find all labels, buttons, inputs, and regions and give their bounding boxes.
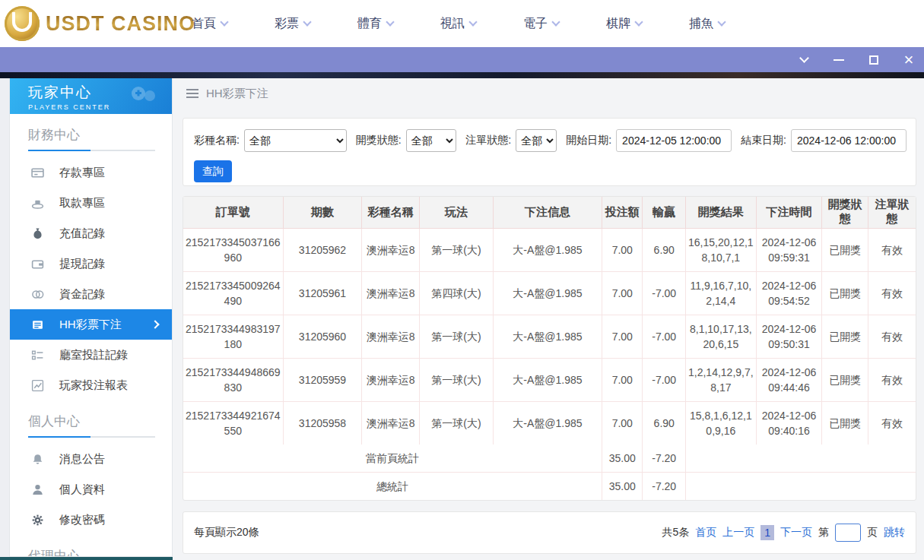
jump-button[interactable]: 跳转 xyxy=(884,526,905,539)
chevron-down-icon xyxy=(634,17,643,26)
page-summary-row: 當前頁統計 35.00 -7.20 xyxy=(183,445,916,473)
background-image-strip-bottom xyxy=(0,557,173,560)
nav-item-video[interactable]: 視訊 xyxy=(440,16,476,32)
table-cell: 第四球(大) xyxy=(420,271,494,315)
table-cell: 8,1,10,17,13,20,6,15 xyxy=(685,315,756,358)
sidebar-item-announcements[interactable]: 消息公告 xyxy=(10,444,172,474)
nav-label: 首頁 xyxy=(192,16,216,32)
table-cell: 31205959 xyxy=(283,358,362,401)
close-button[interactable]: × xyxy=(901,52,916,68)
current-page-badge[interactable]: 1 xyxy=(760,525,774,540)
page-jump-input[interactable] xyxy=(835,524,861,542)
sidebar-item-profile[interactable]: 個人資料 xyxy=(10,474,172,505)
sidebar-header: 玩家中心 PLAYERS CENTER xyxy=(10,78,172,114)
page-summary-empty xyxy=(685,445,916,473)
table-row: 215217334500926449031205961澳洲幸运8第四球(大)大-… xyxy=(183,271,916,315)
bets-table: 訂單號 期數 彩種名稱 玩法 下注信息 投注額 輸贏 開獎結果 下注時間 開獎狀… xyxy=(183,197,916,500)
window-dropdown-button[interactable] xyxy=(796,52,811,68)
sidebar-item-label: 消息公告 xyxy=(59,452,105,467)
table-cell: 2024-12-06 09:44:46 xyxy=(756,358,822,401)
sidebar-item-recharge-record[interactable]: 充值記錄 xyxy=(10,218,172,248)
col-header-bet-info: 下注信息 xyxy=(493,197,602,228)
menu-toggle-icon[interactable] xyxy=(186,87,198,100)
next-page-link[interactable]: 下一页 xyxy=(780,526,812,539)
minimize-icon xyxy=(834,59,844,61)
table-cell: 大-A盤@1.985 xyxy=(493,315,602,358)
table-cell: 澳洲幸运8 xyxy=(362,315,420,358)
sidebar-item-funds-record[interactable]: 資金記錄 xyxy=(10,279,172,309)
col-header-win-loss: 輸贏 xyxy=(643,197,685,228)
nav-menu: 首頁 彩票 體育 視訊 電子 棋牌 捕魚 xyxy=(192,0,725,47)
table-cell: 31205958 xyxy=(283,401,362,445)
table-cell: 1,2,14,12,9,7,8,17 xyxy=(685,358,756,401)
draw-status-select[interactable]: 全部 xyxy=(406,129,457,152)
maximize-icon xyxy=(869,55,878,65)
table-cell: -7.00 xyxy=(643,315,685,358)
jump-prefix-label: 第 xyxy=(818,526,829,539)
total-summary-winloss: -7.20 xyxy=(643,472,685,500)
prev-page-link[interactable]: 上一页 xyxy=(722,526,754,539)
order-status-select[interactable]: 全部 xyxy=(516,129,557,152)
sidebar-item-label: 存款專區 xyxy=(59,166,105,180)
bets-table-card: 訂單號 期數 彩種名稱 玩法 下注信息 投注額 輸贏 開獎結果 下注時間 開獎狀… xyxy=(183,196,916,501)
logo-text: USDT CASINO xyxy=(46,12,195,36)
sidebar-item-change-password[interactable]: 修改密碼 xyxy=(10,505,172,535)
nav-label: 捕魚 xyxy=(689,16,713,32)
first-page-link[interactable]: 首页 xyxy=(695,526,716,539)
table-cell: 澳洲幸运8 xyxy=(362,271,420,315)
sidebar-item-withdraw[interactable]: 取款專區 xyxy=(10,188,172,218)
nav-item-lottery[interactable]: 彩票 xyxy=(275,16,310,32)
gear-icon xyxy=(31,514,44,527)
sidebar-item-label: 廳室投註記錄 xyxy=(59,348,128,362)
sidebar-item-withdraw-record[interactable]: 提現記錄 xyxy=(10,248,172,279)
end-date-input[interactable] xyxy=(791,129,907,152)
nav-item-slots[interactable]: 電子 xyxy=(523,16,559,32)
table-cell: 2152173345009264490 xyxy=(183,271,283,315)
nav-label: 電子 xyxy=(523,16,548,32)
nav-item-fishing[interactable]: 捕魚 xyxy=(689,16,725,32)
total-summary-label: 總統計 xyxy=(183,472,602,500)
sidebar-item-player-bet-report[interactable]: 玩家投注報表 xyxy=(10,370,172,400)
chevron-down-icon xyxy=(551,17,560,26)
page-title: HH彩票下注 xyxy=(206,87,268,101)
maximize-button[interactable] xyxy=(866,52,881,68)
search-button[interactable]: 查詢 xyxy=(194,160,232,182)
nav-item-cards[interactable]: 棋牌 xyxy=(606,16,642,32)
table-cell: 已開獎 xyxy=(822,315,868,358)
window-controls: × xyxy=(796,47,916,72)
money-bag-icon xyxy=(31,227,44,240)
sidebar-item-label: 取款專區 xyxy=(59,196,105,210)
deposit-card-icon xyxy=(31,166,44,179)
table-row: 215217334494866983031205959澳洲幸运8第一球(大)大-… xyxy=(183,358,916,401)
logo[interactable]: USDT CASINO xyxy=(5,6,195,41)
table-body: 215217334503716696031205962澳洲幸运8第一球(大)大-… xyxy=(183,228,916,445)
nav-item-home[interactable]: 首頁 xyxy=(192,16,227,32)
nav-item-sports[interactable]: 體育 xyxy=(357,16,393,32)
pager: 共5条 首页 上一页 1 下一页 第 页 跳转 xyxy=(662,524,905,542)
col-header-play-type: 玩法 xyxy=(420,197,494,228)
sidebar-item-hh-lottery-bets[interactable]: HH彩票下注 xyxy=(10,309,172,340)
table-row: 215217334498319718031205960澳洲幸运8第一球(大)大-… xyxy=(183,315,916,358)
person-icon xyxy=(31,483,44,496)
col-header-bet-amount: 投注額 xyxy=(602,197,643,228)
chevron-down-icon xyxy=(303,17,311,26)
table-cell: 31205961 xyxy=(283,271,362,315)
table-cell: 澳洲幸运8 xyxy=(362,401,420,445)
table-cell: 2024-12-06 09:54:52 xyxy=(756,271,822,315)
section-title-agent: 代理中心 xyxy=(10,535,172,557)
start-date-input[interactable] xyxy=(616,129,732,152)
section-underline xyxy=(28,150,155,151)
lottery-name-select[interactable]: 全部 xyxy=(244,129,347,152)
top-navigation: USDT CASINO 首頁 彩票 體育 視訊 電子 棋牌 捕魚 xyxy=(0,0,924,47)
usdt-coin-icon xyxy=(5,6,40,41)
table-cell: 大-A盤@1.985 xyxy=(493,358,602,401)
total-summary-row: 總統計 35.00 -7.20 xyxy=(183,472,916,500)
table-cell: 有效 xyxy=(868,228,916,271)
bell-icon xyxy=(31,453,44,466)
table-cell: 大-A盤@1.985 xyxy=(493,401,602,445)
sidebar-item-deposit[interactable]: 存款專區 xyxy=(10,157,172,188)
chevron-down-icon xyxy=(717,17,726,26)
sidebar-item-room-bet-record[interactable]: 廳室投註記錄 xyxy=(10,340,172,370)
minimize-button[interactable] xyxy=(831,52,846,68)
sidebar-item-label: 個人資料 xyxy=(59,482,105,497)
